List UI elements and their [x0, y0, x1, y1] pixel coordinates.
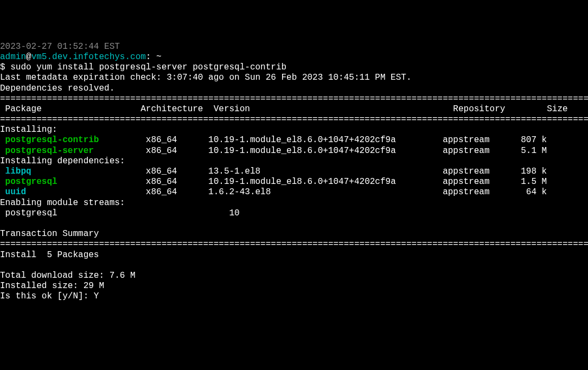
pkg-server-version: 10.19-1.module_el8.6.0+1047+4202cf9a — [208, 146, 396, 156]
hr-top: ========================================… — [0, 94, 588, 104]
hr-bottom: ========================================… — [0, 239, 588, 249]
stream-version: 10 — [229, 208, 239, 218]
header-repo: Repository — [453, 104, 505, 114]
download-size: Total download size: 7.6 M — [0, 271, 136, 280]
pkg-pg-version: 10.19-1.module_el8.6.0+1047+4202cf9a — [208, 177, 396, 187]
pkg-uuid-name: uuid — [5, 187, 26, 197]
pkg-uuid-repo: appstream — [443, 187, 489, 197]
pkg-server-name: postgresql-server — [5, 146, 94, 156]
pkg-contrib-repo: appstream — [443, 135, 489, 145]
prompt-host: vm5.dev.infotechys.com — [31, 52, 146, 62]
header-package: Package — [0, 104, 42, 114]
pkg-libpq-repo: appstream — [443, 167, 489, 176]
pkg-libpq-arch: x86_64 — [146, 167, 177, 176]
deps-resolved: Dependencies resolved. — [0, 84, 114, 93]
pkg-contrib-version: 10.19-1.module_el8.6.0+1047+4202cf9a — [208, 135, 396, 145]
header-size: Size — [547, 104, 567, 114]
terminal[interactable]: 2023-02-27 01:52:44 EST admin@vm5.dev.in… — [0, 42, 588, 302]
pkg-contrib-arch: x86_64 — [146, 135, 177, 145]
installed-size: Installed size: 29 M — [0, 281, 104, 291]
install-count: Install 5 Packages — [0, 250, 99, 260]
prompt-suffix: : ~ — [146, 52, 162, 62]
pkg-uuid-arch: x86_64 — [146, 187, 177, 197]
hr-mid: ========================================… — [0, 114, 588, 124]
header-arch: Architecture — [140, 104, 203, 114]
section-installing: Installing: — [0, 125, 57, 135]
txn-summary: Transaction Summary — [0, 229, 99, 239]
command-line: $ sudo yum install postgresql-server pos… — [0, 62, 286, 72]
pkg-server-arch: x86_64 — [146, 146, 177, 156]
pkg-pg-arch: x86_64 — [146, 177, 177, 187]
pkg-server-repo: appstream — [443, 146, 489, 156]
pkg-uuid-version: 1.6.2-43.el8 — [208, 187, 271, 197]
pkg-contrib-size: 807 k — [521, 135, 547, 145]
pkg-libpq-version: 13.5-1.el8 — [208, 167, 260, 176]
pkg-libpq-name: libpq — [5, 167, 31, 176]
pkg-libpq-size: 198 k — [521, 167, 547, 176]
timestamp: 2023-02-27 01:52:44 EST — [0, 42, 120, 52]
metadata-line: Last metadata expiration check: 3:07:40 … — [0, 73, 412, 82]
pkg-pg-repo: appstream — [443, 177, 489, 187]
section-deps: Installing dependencies: — [0, 156, 125, 166]
pkg-pg-name: postgresql — [5, 177, 57, 187]
prompt-at: @ — [26, 52, 31, 62]
pkg-uuid-size: 64 k — [521, 187, 547, 197]
section-streams: Enabling module streams: — [0, 198, 125, 208]
pkg-server-size: 5.1 M — [521, 146, 547, 156]
pkg-pg-size: 1.5 M — [521, 177, 547, 187]
stream-name: postgresql — [0, 208, 57, 218]
header-version: Version — [214, 104, 250, 114]
prompt-user: admin — [0, 52, 26, 62]
confirm-prompt: Is this ok [y/N]: — [0, 291, 94, 301]
pkg-contrib-name: postgresql-contrib — [5, 135, 99, 145]
confirm-answer[interactable]: Y — [94, 291, 99, 301]
